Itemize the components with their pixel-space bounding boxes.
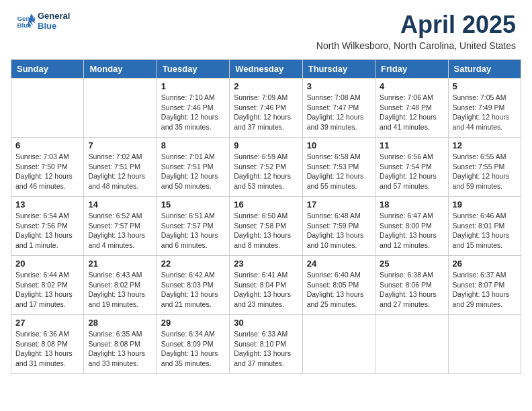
calendar-cell: 4Sunrise: 7:06 AM Sunset: 7:48 PM Daylig… [375, 79, 448, 138]
calendar-cell: 11Sunrise: 6:56 AM Sunset: 7:54 PM Dayli… [375, 138, 448, 197]
calendar-cell: 22Sunrise: 6:42 AM Sunset: 8:03 PM Dayli… [157, 256, 229, 315]
day-number: 3 [307, 81, 371, 91]
title-area: April 2025 North Wilkesboro, North Carol… [316, 11, 516, 51]
week-row-1: 1Sunrise: 7:10 AM Sunset: 7:46 PM Daylig… [11, 79, 521, 138]
calendar-cell: 23Sunrise: 6:41 AM Sunset: 8:04 PM Dayli… [230, 256, 302, 315]
day-number: 26 [453, 259, 517, 269]
weekday-header-wednesday: Wednesday [230, 60, 302, 79]
calendar-cell: 15Sunrise: 6:51 AM Sunset: 7:57 PM Dayli… [157, 197, 229, 256]
logo-line2: Blue [38, 21, 70, 31]
calendar-cell: 21Sunrise: 6:43 AM Sunset: 8:02 PM Dayli… [84, 256, 157, 315]
day-number: 17 [307, 199, 371, 210]
day-info: Sunrise: 7:03 AM Sunset: 7:50 PM Dayligh… [15, 152, 79, 191]
day-info: Sunrise: 6:35 AM Sunset: 8:08 PM Dayligh… [88, 329, 152, 369]
day-number: 9 [234, 140, 298, 150]
day-info: Sunrise: 7:02 AM Sunset: 7:51 PM Dayligh… [88, 152, 152, 191]
subtitle: North Wilkesboro, North Carolina, United… [316, 40, 516, 51]
day-number: 25 [380, 259, 443, 269]
day-number: 7 [88, 140, 152, 150]
day-number: 29 [161, 318, 225, 328]
day-info: Sunrise: 6:59 AM Sunset: 7:52 PM Dayligh… [234, 152, 298, 191]
day-number: 5 [453, 81, 517, 91]
day-number: 23 [234, 259, 298, 269]
day-number: 27 [15, 318, 79, 328]
day-info: Sunrise: 6:54 AM Sunset: 7:56 PM Dayligh… [15, 211, 79, 250]
calendar-cell: 8Sunrise: 7:01 AM Sunset: 7:51 PM Daylig… [157, 138, 229, 197]
day-info: Sunrise: 6:52 AM Sunset: 7:57 PM Dayligh… [88, 211, 152, 250]
day-info: Sunrise: 7:05 AM Sunset: 7:49 PM Dayligh… [453, 93, 517, 132]
calendar-cell [84, 79, 157, 138]
calendar-table: SundayMondayTuesdayWednesdayThursdayFrid… [11, 59, 521, 374]
day-number: 19 [453, 199, 517, 210]
main-title: April 2025 [316, 11, 516, 39]
day-number: 28 [88, 318, 152, 328]
day-number: 6 [15, 140, 79, 150]
calendar-cell: 26Sunrise: 6:37 AM Sunset: 8:07 PM Dayli… [448, 256, 521, 315]
day-number: 15 [161, 199, 225, 210]
day-number: 21 [88, 259, 152, 269]
day-number: 22 [161, 259, 225, 269]
day-info: Sunrise: 6:42 AM Sunset: 8:03 PM Dayligh… [161, 270, 225, 310]
calendar-cell: 28Sunrise: 6:35 AM Sunset: 8:08 PM Dayli… [84, 315, 157, 374]
calendar-cell: 17Sunrise: 6:48 AM Sunset: 7:59 PM Dayli… [302, 197, 375, 256]
calendar-cell [11, 79, 84, 138]
day-number: 20 [15, 259, 79, 269]
calendar-cell: 16Sunrise: 6:50 AM Sunset: 7:58 PM Dayli… [230, 197, 302, 256]
day-info: Sunrise: 6:46 AM Sunset: 8:01 PM Dayligh… [453, 211, 517, 250]
day-info: Sunrise: 7:06 AM Sunset: 7:48 PM Dayligh… [380, 93, 443, 132]
day-number: 2 [234, 81, 298, 91]
day-info: Sunrise: 6:38 AM Sunset: 8:06 PM Dayligh… [380, 270, 443, 310]
day-number: 10 [307, 140, 371, 150]
day-info: Sunrise: 6:50 AM Sunset: 7:58 PM Dayligh… [234, 211, 298, 250]
day-number: 1 [161, 81, 225, 91]
day-info: Sunrise: 7:08 AM Sunset: 7:47 PM Dayligh… [307, 93, 371, 132]
day-number: 11 [380, 140, 443, 150]
week-row-5: 27Sunrise: 6:36 AM Sunset: 8:08 PM Dayli… [11, 315, 521, 374]
day-info: Sunrise: 6:36 AM Sunset: 8:08 PM Dayligh… [15, 329, 79, 369]
calendar-cell [448, 315, 521, 374]
calendar-cell: 24Sunrise: 6:40 AM Sunset: 8:05 PM Dayli… [302, 256, 375, 315]
calendar-cell: 3Sunrise: 7:08 AM Sunset: 7:47 PM Daylig… [302, 79, 375, 138]
calendar-cell: 19Sunrise: 6:46 AM Sunset: 8:01 PM Dayli… [448, 197, 521, 256]
calendar-cell: 5Sunrise: 7:05 AM Sunset: 7:49 PM Daylig… [448, 79, 521, 138]
calendar-cell: 13Sunrise: 6:54 AM Sunset: 7:56 PM Dayli… [11, 197, 84, 256]
day-number: 16 [234, 199, 298, 210]
calendar-cell: 2Sunrise: 7:09 AM Sunset: 7:46 PM Daylig… [230, 79, 302, 138]
calendar-cell: 27Sunrise: 6:36 AM Sunset: 8:08 PM Dayli… [11, 315, 84, 374]
weekday-header-thursday: Thursday [302, 60, 375, 79]
calendar-cell: 12Sunrise: 6:55 AM Sunset: 7:55 PM Dayli… [448, 138, 521, 197]
calendar-cell: 10Sunrise: 6:58 AM Sunset: 7:53 PM Dayli… [302, 138, 375, 197]
calendar-cell: 9Sunrise: 6:59 AM Sunset: 7:52 PM Daylig… [230, 138, 302, 197]
calendar-cell: 30Sunrise: 6:33 AM Sunset: 8:10 PM Dayli… [230, 315, 302, 374]
day-info: Sunrise: 6:47 AM Sunset: 8:00 PM Dayligh… [380, 211, 443, 250]
day-number: 24 [307, 259, 371, 269]
day-number: 4 [380, 81, 443, 91]
weekday-header-sunday: Sunday [11, 60, 84, 79]
day-number: 14 [88, 199, 152, 210]
week-row-2: 6Sunrise: 7:03 AM Sunset: 7:50 PM Daylig… [11, 138, 521, 197]
week-row-3: 13Sunrise: 6:54 AM Sunset: 7:56 PM Dayli… [11, 197, 521, 256]
calendar-header: SundayMondayTuesdayWednesdayThursdayFrid… [11, 60, 521, 79]
page-header: General Blue General Blue April 2025 Nor… [0, 0, 532, 54]
day-number: 18 [380, 199, 443, 210]
day-info: Sunrise: 6:41 AM Sunset: 8:04 PM Dayligh… [234, 270, 298, 310]
day-info: Sunrise: 6:58 AM Sunset: 7:53 PM Dayligh… [307, 152, 371, 191]
weekday-header-tuesday: Tuesday [157, 60, 229, 79]
day-info: Sunrise: 6:33 AM Sunset: 8:10 PM Dayligh… [234, 329, 298, 369]
calendar-cell: 18Sunrise: 6:47 AM Sunset: 8:00 PM Dayli… [375, 197, 448, 256]
calendar-cell: 7Sunrise: 7:02 AM Sunset: 7:51 PM Daylig… [84, 138, 157, 197]
calendar-cell [302, 315, 375, 374]
day-info: Sunrise: 7:09 AM Sunset: 7:46 PM Dayligh… [234, 93, 298, 132]
day-info: Sunrise: 6:48 AM Sunset: 7:59 PM Dayligh… [307, 211, 371, 250]
calendar-cell: 29Sunrise: 6:34 AM Sunset: 8:09 PM Dayli… [157, 315, 229, 374]
weekday-header-monday: Monday [84, 60, 157, 79]
calendar-cell [375, 315, 448, 374]
logo: General Blue General Blue [16, 11, 70, 31]
day-info: Sunrise: 6:44 AM Sunset: 8:02 PM Dayligh… [15, 270, 79, 310]
day-info: Sunrise: 6:56 AM Sunset: 7:54 PM Dayligh… [380, 152, 443, 191]
weekday-header-friday: Friday [375, 60, 448, 79]
calendar-cell: 25Sunrise: 6:38 AM Sunset: 8:06 PM Dayli… [375, 256, 448, 315]
day-info: Sunrise: 6:51 AM Sunset: 7:57 PM Dayligh… [161, 211, 225, 250]
calendar-cell: 6Sunrise: 7:03 AM Sunset: 7:50 PM Daylig… [11, 138, 84, 197]
day-number: 8 [161, 140, 225, 150]
